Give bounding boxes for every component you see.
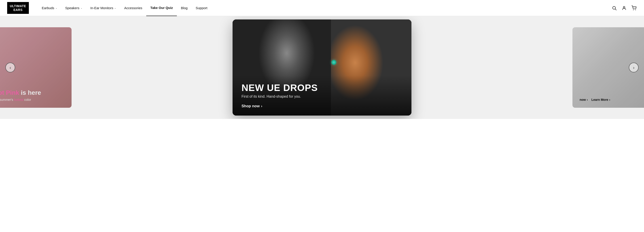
earbud-highlight	[332, 60, 336, 65]
chevron-down-icon: ⌄	[114, 7, 116, 9]
left-card-subtitle: Get summer's hottest color	[0, 98, 41, 102]
account-icon[interactable]	[622, 6, 626, 10]
right-card-content: now › Learn More ›	[580, 98, 610, 102]
right-card-link-learn[interactable]: Learn More ›	[592, 98, 610, 102]
nav-item-quiz[interactable]: Take Our Quiz	[146, 0, 177, 16]
header: ULTIMATE EARS Earbuds ⌄ Speakers ⌄ In-Ea…	[0, 0, 644, 16]
chevron-down-icon: ⌄	[80, 7, 82, 9]
prev-arrow-icon: ‹	[10, 65, 11, 70]
svg-point-3	[633, 10, 634, 10]
chevron-down-icon: ⌄	[56, 7, 57, 9]
nav-item-speakers[interactable]: Speakers ⌄	[61, 0, 86, 16]
carousel-next-button[interactable]: ›	[629, 62, 639, 72]
logo[interactable]: ULTIMATE EARS	[7, 2, 29, 14]
main-nav: Earbuds ⌄ Speakers ⌄ In-Ear Monitors ⌄ A…	[38, 0, 612, 16]
cart-icon[interactable]	[632, 6, 637, 10]
center-card-subtitle: First of its kind. Hand-shaped for you.	[242, 94, 402, 98]
left-card-title: Hot Pink is here	[0, 89, 41, 96]
carousel-track: Hot Pink is here Get summer's hottest co…	[0, 16, 644, 119]
right-card-links: now › Learn More ›	[580, 98, 610, 102]
shop-now-button[interactable]: Shop now ›	[242, 104, 262, 108]
nav-item-accessories[interactable]: Accessories	[120, 0, 146, 16]
center-card-title: NEW UE DROPS	[242, 82, 402, 93]
carousel-prev-button[interactable]: ‹	[5, 62, 15, 72]
header-icons	[612, 6, 637, 10]
hero-carousel: Hot Pink is here Get summer's hottest co…	[0, 16, 644, 119]
next-arrow-icon: ›	[633, 65, 634, 70]
right-card-link-now[interactable]: now ›	[580, 98, 588, 102]
nav-item-iem[interactable]: In-Ear Monitors ⌄	[86, 0, 120, 16]
nav-item-support[interactable]: Support	[192, 0, 212, 16]
center-card-overlay: NEW UE DROPS First of its kind. Hand-sha…	[232, 75, 412, 116]
svg-line-1	[615, 9, 616, 10]
search-icon[interactable]	[612, 6, 617, 10]
carousel-card-center: NEW UE DROPS First of its kind. Hand-sha…	[232, 20, 412, 116]
svg-point-4	[635, 10, 636, 10]
nav-item-blog[interactable]: Blog	[177, 0, 192, 16]
center-card-background: NEW UE DROPS First of its kind. Hand-sha…	[232, 20, 412, 116]
nav-item-earbuds[interactable]: Earbuds ⌄	[38, 0, 61, 16]
svg-point-2	[623, 6, 625, 8]
